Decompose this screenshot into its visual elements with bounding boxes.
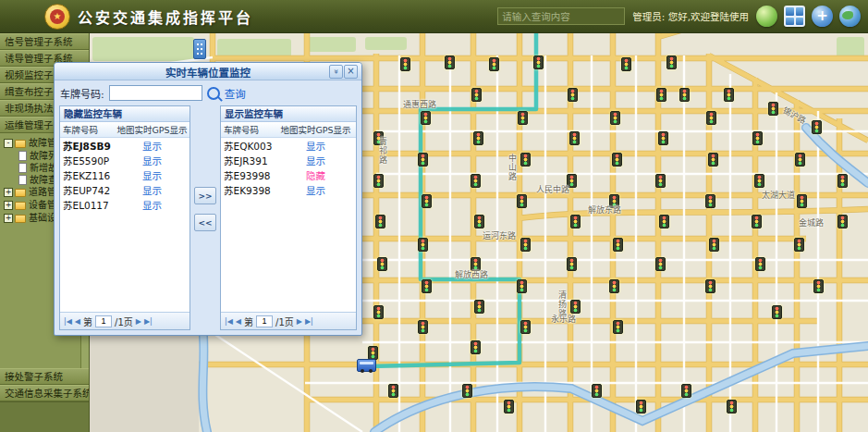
vehicle-row[interactable]: 苏EL0117显示 [60,197,189,212]
vehicle-row[interactable]: 苏EJ8SB9显示 [60,138,189,153]
vehicle-row[interactable]: 苏EUP742显示 [60,182,189,197]
search-icon[interactable] [207,87,220,100]
traffic-light-icon[interactable] [837,174,848,188]
traffic-light-icon[interactable] [709,238,719,252]
sidebar-item[interactable]: 接处警子系统 [0,368,89,385]
gps-toggle-link[interactable]: 显示 [115,168,189,182]
traffic-light-icon[interactable] [570,215,581,228]
traffic-light-icon[interactable] [471,340,481,354]
traffic-light-icon[interactable] [655,257,666,271]
traffic-light-icon[interactable] [613,320,623,334]
gps-toggle-link[interactable]: 显示 [115,139,189,153]
traffic-light-icon[interactable] [797,194,807,208]
header-search-input[interactable] [497,7,625,25]
next-page-button[interactable]: ▶ [136,317,141,326]
traffic-light-icon[interactable] [613,238,623,252]
vehicle-row[interactable]: 苏E5590P显示 [60,153,189,167]
dialog-titlebar[interactable]: 实时车辆位置监控 » × [55,63,361,80]
traffic-light-icon[interactable] [794,238,804,252]
vehicle-row[interactable]: 苏EQK003显示 [221,138,356,153]
traffic-light-icon[interactable] [373,174,384,188]
panel-handle[interactable] [193,39,206,59]
traffic-light-icon[interactable] [708,153,718,167]
first-page-button[interactable]: |◀ [225,317,233,326]
zoom-plus-icon[interactable]: + [812,6,833,27]
traffic-light-icon[interactable] [375,215,385,228]
traffic-light-icon[interactable] [418,320,428,334]
traffic-light-icon[interactable] [474,215,484,228]
sidebar-item[interactable]: 交通信息采集子系统 [0,385,89,401]
close-icon[interactable]: × [344,65,358,79]
traffic-light-icon[interactable] [568,88,578,102]
tree-expander-icon[interactable]: + [4,201,13,210]
vehicle-marker[interactable] [357,359,376,372]
traffic-light-icon[interactable] [570,300,581,314]
traffic-light-icon[interactable] [445,56,455,69]
query-button[interactable]: 查询 [225,86,246,101]
traffic-light-icon[interactable] [659,215,669,228]
page-input[interactable] [95,315,112,327]
gps-toggle-link[interactable]: 显示 [115,154,189,167]
traffic-light-icon[interactable] [636,400,646,413]
traffic-light-icon[interactable] [727,400,737,413]
last-page-button[interactable]: ▶| [144,317,153,326]
traffic-light-icon[interactable] [388,384,398,398]
gps-toggle-link[interactable]: 显示 [275,139,356,153]
traffic-light-icon[interactable] [518,111,528,125]
prev-page-button[interactable]: ◀ [236,317,241,326]
traffic-light-icon[interactable] [772,305,782,319]
traffic-light-icon[interactable] [520,153,531,167]
traffic-light-icon[interactable] [705,279,715,293]
traffic-light-icon[interactable] [666,56,677,69]
earth-icon[interactable] [839,6,861,27]
traffic-light-icon[interactable] [754,174,764,188]
traffic-light-icon[interactable] [567,257,577,271]
vehicle-row[interactable]: 苏EK9398显示 [221,182,356,197]
traffic-light-icon[interactable] [471,174,481,188]
tree-expander-icon[interactable]: + [4,214,13,223]
traffic-light-icon[interactable] [462,384,472,398]
gps-toggle-link[interactable]: 显示 [115,183,189,197]
traffic-light-icon[interactable] [373,305,384,319]
traffic-light-icon[interactable] [474,300,484,314]
traffic-light-icon[interactable] [533,56,544,69]
traffic-light-icon[interactable] [752,215,762,228]
traffic-light-icon[interactable] [656,88,666,102]
traffic-light-icon[interactable] [609,279,619,293]
prev-page-button[interactable]: ◀ [75,317,80,326]
traffic-light-icon[interactable] [517,279,527,293]
traffic-light-icon[interactable] [418,153,428,167]
traffic-light-icon[interactable] [473,131,483,145]
last-page-button[interactable]: ▶| [305,317,313,326]
traffic-light-icon[interactable] [795,153,805,167]
traffic-light-icon[interactable] [368,346,378,360]
gps-toggle-link[interactable]: 隐藏 [275,168,356,182]
plate-input[interactable] [109,85,202,101]
traffic-light-icon[interactable] [610,111,620,125]
tree-expander-icon[interactable]: - [4,139,13,148]
traffic-light-icon[interactable] [837,215,848,228]
traffic-light-icon[interactable] [655,174,666,188]
tree-expander-icon[interactable]: + [4,188,13,197]
vehicle-row[interactable]: 苏EJR391显示 [221,153,356,167]
traffic-light-icon[interactable] [421,111,431,125]
traffic-light-icon[interactable] [517,194,527,208]
traffic-light-icon[interactable] [621,57,631,71]
traffic-light-icon[interactable] [706,111,716,125]
vehicle-row[interactable]: 苏E93998隐藏 [221,167,356,182]
traffic-light-icon[interactable] [679,88,690,102]
traffic-light-icon[interactable] [504,400,514,413]
traffic-light-icon[interactable] [520,238,531,252]
page-input[interactable] [256,315,273,327]
gps-toggle-link[interactable]: 显示 [115,198,189,212]
traffic-light-icon[interactable] [752,131,763,145]
gps-toggle-link[interactable]: 显示 [275,154,356,167]
traffic-light-icon[interactable] [681,384,691,398]
traffic-light-icon[interactable] [418,238,428,252]
traffic-light-icon[interactable] [377,257,387,271]
traffic-light-icon[interactable] [755,257,765,271]
traffic-light-icon[interactable] [768,102,778,116]
traffic-light-icon[interactable] [813,279,824,293]
traffic-light-icon[interactable] [658,131,668,145]
apps-grid-icon[interactable] [784,6,805,27]
